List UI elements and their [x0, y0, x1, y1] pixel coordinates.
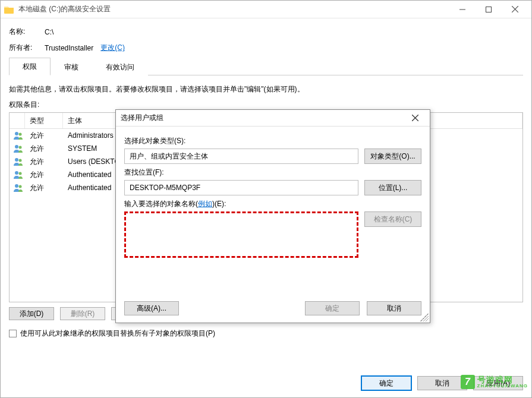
- dialog-titlebar: 选择用户或组: [116, 110, 430, 127]
- svg-point-8: [19, 172, 22, 175]
- users-icon: [10, 184, 25, 192]
- name-label: 名称:: [9, 27, 45, 37]
- users-icon: [10, 144, 25, 153]
- svg-point-5: [15, 158, 18, 162]
- users-icon: [10, 170, 25, 179]
- col-type[interactable]: 类型: [25, 113, 63, 128]
- folder-icon: [4, 5, 14, 14]
- location-field[interactable]: [124, 180, 358, 195]
- description-text: 如需其他信息，请双击权限项目。若要修改权限项目，请选择该项目并单击"编辑"(如果…: [9, 84, 523, 95]
- object-type-field[interactable]: [124, 149, 358, 164]
- owner-value: TrustedInstaller: [45, 44, 93, 52]
- example-link[interactable]: 例如: [198, 200, 212, 208]
- advanced-security-window: 本地磁盘 (C:)的高级安全设置 名称: C:\ 所有者: TrustedIns…: [0, 0, 532, 398]
- tabs: 权限 审核 有效访问: [9, 59, 523, 75]
- remove-button[interactable]: 删除(R): [60, 307, 105, 320]
- close-button[interactable]: [502, 1, 528, 18]
- object-name-label: 输入要选择的对象名称(例如)(E):: [124, 199, 421, 209]
- tab-permissions[interactable]: 权限: [9, 58, 51, 75]
- object-types-button[interactable]: 对象类型(O)...: [364, 149, 421, 164]
- dialog-close-button[interactable]: [405, 111, 425, 125]
- resize-grip-icon[interactable]: [420, 313, 429, 321]
- svg-point-1: [15, 132, 18, 135]
- object-type-label: 选择此对象类型(S):: [124, 136, 421, 146]
- svg-point-2: [19, 133, 22, 136]
- cancel-button[interactable]: 取消: [417, 376, 467, 390]
- svg-point-10: [19, 185, 22, 188]
- svg-point-6: [19, 159, 22, 162]
- name-value: C:\: [45, 28, 53, 36]
- check-names-button[interactable]: 检查名称(C): [364, 211, 421, 227]
- advanced-button[interactable]: 高级(A)...: [124, 301, 179, 315]
- select-user-group-dialog: 选择用户或组 选择此对象类型(S): 对象类型(O)... 查找位置(F): 位…: [115, 109, 430, 323]
- tab-effective-access[interactable]: 有效访问: [92, 58, 148, 75]
- owner-label: 所有者:: [9, 43, 45, 53]
- svg-point-4: [19, 146, 22, 149]
- replace-inherit-checkbox[interactable]: [9, 330, 17, 337]
- users-icon: [10, 131, 25, 140]
- maximize-button[interactable]: [476, 1, 502, 18]
- users-icon: [10, 157, 25, 166]
- owner-change-link[interactable]: 更改(C): [100, 43, 125, 53]
- svg-rect-0: [486, 7, 492, 12]
- ok-button[interactable]: 确定: [361, 376, 411, 390]
- locations-button[interactable]: 位置(L)...: [364, 180, 421, 195]
- replace-inherit-label: 使用可从此对象继承的权限项目替换所有子对象的权限项目(P): [20, 328, 215, 339]
- object-name-input[interactable]: [124, 211, 358, 258]
- dialog-cancel-button[interactable]: 取消: [367, 301, 421, 315]
- svg-point-9: [15, 184, 18, 188]
- tab-auditing[interactable]: 审核: [51, 58, 92, 75]
- location-label: 查找位置(F):: [124, 168, 421, 178]
- window-title: 本地磁盘 (C:)的高级安全设置: [18, 4, 111, 14]
- titlebar: 本地磁盘 (C:)的高级安全设置: [1, 1, 531, 18]
- dialog-ok-button[interactable]: 确定: [305, 301, 360, 315]
- list-label: 权限条目:: [9, 100, 523, 110]
- svg-point-3: [15, 145, 18, 149]
- minimize-button[interactable]: [449, 1, 476, 18]
- add-button[interactable]: 添加(D): [9, 307, 54, 320]
- watermark: 7 号游戏网 ZHAOYOUXIWANG: [461, 375, 528, 389]
- svg-point-7: [15, 171, 18, 175]
- dialog-title: 选择用户或组: [121, 113, 405, 123]
